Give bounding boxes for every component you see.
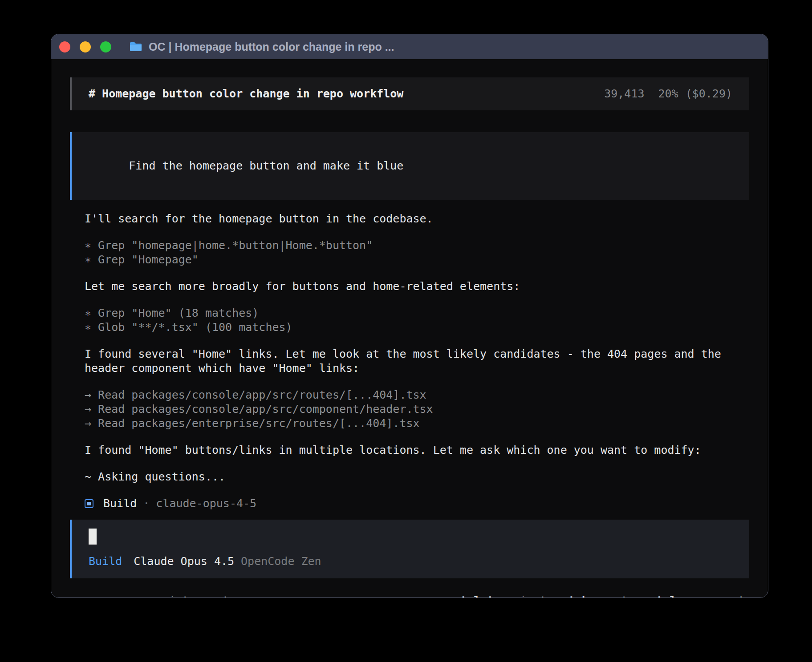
shortcut-key: ctrl+p (650, 593, 690, 598)
window-title: OC | Homepage button color change in rep… (149, 40, 394, 53)
tool-call-read: → Read packages/console/app/src/routes/[… (85, 388, 735, 402)
tool-call-glob: ∗ Glob "**/*.tsx" (100 matches) (85, 320, 735, 335)
agent-model: claude-opus-4-5 (156, 496, 256, 511)
close-button[interactable] (59, 41, 70, 52)
traffic-lights (59, 41, 111, 52)
shortcut-key: ctrl+t (454, 593, 494, 598)
shortcut-agents: tab agents (568, 593, 634, 598)
session-stats: 39,413 20% ($0.29) (604, 87, 732, 101)
window-titlebar: OC | Homepage button color change in rep… (51, 34, 768, 59)
tool-call-grep: ∗ Grep "Homepage" (85, 253, 735, 267)
app-window: OC | Homepage button color change in rep… (51, 34, 768, 598)
provider-name: OpenCode Zen (241, 554, 321, 569)
user-message-text: Find the homepage button and make it blu… (129, 159, 403, 172)
agent-separator: · (143, 496, 150, 511)
shortcut-label: commands (696, 593, 749, 598)
shortcut-key: tab (568, 593, 589, 598)
agent-status-row: Build · claude-opus-4-5 (85, 496, 735, 511)
assistant-paragraph: Let me search more broadly for buttons a… (85, 279, 735, 294)
assistant-paragraph: I'll search for the homepage button in t… (85, 212, 735, 226)
tool-call-group: ∗ Grep "Home" (18 matches) ∗ Glob "**/*.… (85, 306, 735, 335)
shortcut-label: agents (594, 593, 634, 598)
status-bar-right: ctrl+t variants tab agents ctrl+p comman… (438, 593, 749, 598)
tool-call-read: → Read packages/console/app/src/componen… (85, 402, 735, 416)
assistant-paragraph: I found several "Home" links. Let me loo… (85, 347, 735, 375)
session-cost: ($0.29) (686, 87, 732, 101)
shortcut-variants: ctrl+t variants (454, 593, 553, 598)
folder-icon (129, 41, 142, 52)
terminal-content: # Homepage button color change in repo w… (51, 59, 768, 598)
status-bar-left: esc interrupt (70, 593, 229, 598)
prompt-input[interactable]: Build Claude Opus 4.5 OpenCode Zen (70, 520, 749, 578)
input-footer: Build Claude Opus 4.5 OpenCode Zen (89, 554, 732, 569)
working-status: ~ Asking questions... (85, 470, 735, 484)
context-percent: 20% (658, 87, 678, 101)
session-title: # Homepage button color change in repo w… (89, 87, 403, 101)
minimize-button[interactable] (80, 41, 91, 52)
esc-key-label: interrupt (169, 593, 229, 598)
model-name: Claude Opus 4.5 (134, 554, 234, 569)
esc-key-hint: esc (143, 593, 163, 598)
agent-name: Build (103, 496, 137, 511)
status-bar: esc interrupt ctrl+t variants tab agents… (70, 593, 749, 598)
session-header: # Homepage button color change in repo w… (70, 77, 749, 110)
tool-call-read: → Read packages/enterprise/src/routes/[.… (85, 416, 735, 431)
tool-call-grep: ∗ Grep "homepage|home.*button|Home.*butt… (85, 238, 735, 253)
agent-mode-badge[interactable]: Build (89, 554, 122, 569)
assistant-paragraph: I found "Home" buttons/links in multiple… (85, 443, 735, 457)
user-message: Find the homepage button and make it blu… (70, 132, 749, 200)
token-count: 39,413 (604, 87, 644, 101)
tool-call-group: → Read packages/console/app/src/routes/[… (85, 388, 735, 431)
text-cursor (89, 529, 97, 545)
tool-call-grep: ∗ Grep "Home" (18 matches) (85, 306, 735, 320)
agent-square-icon-inner (87, 502, 91, 505)
tool-call-group: ∗ Grep "homepage|home.*button|Home.*butt… (85, 238, 735, 267)
agent-square-icon (85, 499, 93, 508)
assistant-response: I'll search for the homepage button in t… (70, 212, 735, 511)
shortcut-commands: ctrl+p commands (650, 593, 749, 598)
zoom-button[interactable] (100, 41, 111, 52)
shortcut-label: variants (499, 593, 553, 598)
